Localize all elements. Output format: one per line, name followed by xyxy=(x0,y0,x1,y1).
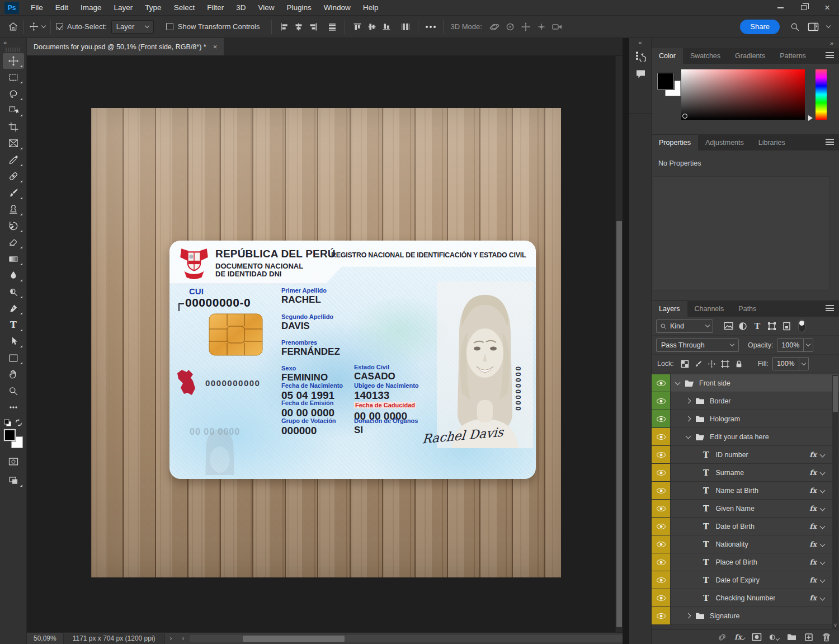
menu-file[interactable]: File xyxy=(25,0,49,16)
align-vertical-centers-icon[interactable] xyxy=(365,20,379,34)
layer-effects-icon[interactable]: fx xyxy=(734,632,744,642)
menu-layer[interactable]: Layer xyxy=(108,0,139,16)
brush-tool[interactable] xyxy=(3,185,24,201)
effects-icon[interactable]: fx xyxy=(809,450,817,459)
menu-3d[interactable]: 3D xyxy=(230,0,252,16)
move-tool[interactable] xyxy=(3,53,24,69)
fill-dropdown[interactable]: 100% xyxy=(772,357,809,370)
lock-pixels-icon[interactable] xyxy=(692,358,705,369)
crop-tool[interactable] xyxy=(3,119,24,135)
scroll-left-icon[interactable]: ‹ xyxy=(177,634,190,642)
effects-icon[interactable]: fx xyxy=(809,576,817,584)
add-layer-mask-icon[interactable] xyxy=(752,632,762,642)
filter-toggle[interactable] xyxy=(798,319,805,332)
chevron-right-icon[interactable] xyxy=(686,398,691,404)
panel-menu-icon[interactable] xyxy=(826,139,834,145)
toolbar-grip[interactable] xyxy=(6,48,21,52)
effects-icon[interactable]: fx xyxy=(809,486,817,495)
align-top-edges-icon[interactable] xyxy=(350,20,365,34)
foreground-background-swatches[interactable] xyxy=(4,429,23,448)
default-colors-icon[interactable] xyxy=(4,419,12,427)
filter-pixel-layers-icon[interactable] xyxy=(721,320,736,332)
align-bottom-edges-icon[interactable] xyxy=(379,20,394,34)
tab-layers[interactable]: Layers xyxy=(652,301,687,317)
visibility-toggle[interactable] xyxy=(652,500,671,517)
lock-artboard-icon[interactable] xyxy=(719,358,732,369)
3d-camera-icon[interactable] xyxy=(549,20,565,34)
visibility-toggle[interactable] xyxy=(652,464,671,481)
lock-transparency-icon[interactable] xyxy=(678,358,692,369)
scrollbar-thumb[interactable] xyxy=(833,376,838,412)
tab-patterns[interactable]: Patterns xyxy=(772,48,813,64)
chevron-right-icon[interactable] xyxy=(686,416,691,422)
effects-icon[interactable]: fx xyxy=(809,558,817,566)
blend-mode-dropdown[interactable]: Pass Through xyxy=(656,339,739,352)
path-selection-tool[interactable] xyxy=(3,333,24,349)
pen-tool[interactable] xyxy=(3,300,24,316)
visibility-toggle[interactable] xyxy=(652,518,671,535)
chevron-down-icon[interactable] xyxy=(675,380,681,386)
eyedropper-tool[interactable] xyxy=(3,152,24,168)
chevron-down-icon[interactable] xyxy=(820,595,826,601)
edit-toolbar-icon[interactable] xyxy=(3,399,24,415)
opacity-dropdown[interactable]: 100% xyxy=(777,339,813,352)
new-group-icon[interactable] xyxy=(786,632,796,642)
canvas-horizontal-scrollbar[interactable] xyxy=(190,635,636,642)
layer-row-date-of-birth[interactable]: TDate of Birth fx xyxy=(652,518,839,535)
gradient-tool[interactable] xyxy=(3,251,24,267)
visibility-toggle[interactable] xyxy=(652,410,671,427)
menu-help[interactable]: Help xyxy=(357,0,385,16)
distribute-vertical-icon[interactable] xyxy=(398,20,413,34)
auto-select-target-dropdown[interactable]: Layer xyxy=(111,20,154,34)
effects-icon[interactable]: fx xyxy=(809,522,817,530)
rectangle-tool[interactable] xyxy=(3,350,24,366)
type-tool[interactable]: T xyxy=(3,317,24,333)
clone-stamp-tool[interactable] xyxy=(3,201,24,217)
chevron-down-icon[interactable] xyxy=(826,23,831,28)
tab-adjustments[interactable]: Adjustments xyxy=(698,135,751,151)
layer-row-date-of-expiry[interactable]: TDate of Expiry fx xyxy=(652,571,839,589)
scroll-down-icon[interactable]: ∨ xyxy=(833,622,838,628)
healing-brush-tool[interactable] xyxy=(3,168,24,184)
visibility-toggle[interactable] xyxy=(652,571,671,589)
toolbar-expand-icon[interactable]: » xyxy=(0,38,26,47)
visibility-toggle[interactable] xyxy=(652,428,671,445)
tab-gradients[interactable]: Gradients xyxy=(728,48,772,64)
comments-panel-icon[interactable] xyxy=(629,65,652,83)
swap-colors-icon[interactable] xyxy=(15,419,23,427)
layer-row-given-name[interactable]: TGiven Name fx xyxy=(652,500,839,518)
object-selection-tool[interactable] xyxy=(3,102,24,118)
filter-shape-layers-icon[interactable] xyxy=(765,320,779,332)
hue-slider[interactable] xyxy=(816,69,827,120)
3d-pan-icon[interactable] xyxy=(518,20,534,34)
new-layer-icon[interactable] xyxy=(804,632,814,642)
move-tool-preset-icon[interactable] xyxy=(29,22,45,31)
foreground-color-swatch[interactable] xyxy=(657,73,674,90)
lock-position-icon[interactable] xyxy=(705,358,719,369)
quick-mask-icon[interactable] xyxy=(3,454,24,469)
layer-row-name-at-birth[interactable]: TName at Birth fx xyxy=(652,482,839,500)
effects-icon[interactable]: fx xyxy=(809,594,817,602)
layer-row-border[interactable]: Border xyxy=(652,392,839,410)
effects-icon[interactable]: fx xyxy=(809,468,817,477)
menu-view[interactable]: View xyxy=(252,0,280,16)
panel-menu-icon[interactable] xyxy=(826,305,834,311)
blur-tool[interactable] xyxy=(3,267,24,283)
close-icon[interactable]: × xyxy=(816,0,839,16)
history-panel-icon[interactable] xyxy=(629,47,652,65)
scrollbar-thumb[interactable] xyxy=(243,636,345,642)
share-button[interactable]: Share xyxy=(740,20,780,34)
show-transform-checkbox[interactable] xyxy=(166,23,173,30)
chevron-down-icon[interactable] xyxy=(686,434,691,439)
menu-type[interactable]: Type xyxy=(139,0,167,16)
color-cursor[interactable] xyxy=(682,114,687,119)
hand-tool[interactable] xyxy=(3,366,24,382)
history-brush-tool[interactable] xyxy=(3,218,24,234)
effects-icon[interactable]: fx xyxy=(809,504,817,513)
chevron-right-icon[interactable] xyxy=(686,613,691,619)
zoom-level[interactable]: 50,09% xyxy=(27,634,63,642)
expand-dock-icon[interactable]: » xyxy=(652,38,839,48)
restore-icon[interactable] xyxy=(792,0,816,16)
lock-all-icon[interactable] xyxy=(732,358,746,369)
lasso-tool[interactable] xyxy=(3,86,24,102)
